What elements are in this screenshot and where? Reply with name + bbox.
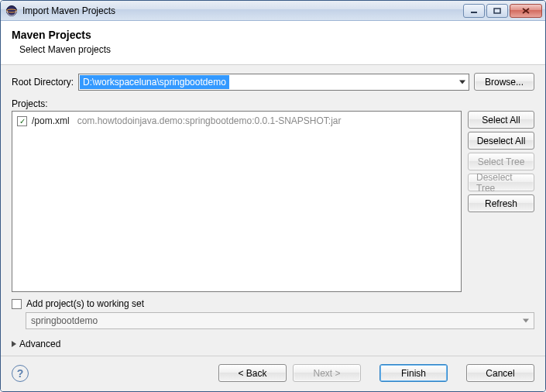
next-button: Next > [293, 364, 361, 382]
root-directory-label: Root Directory: [12, 77, 74, 88]
wizard-title: Maven Projects [12, 29, 534, 41]
wizard-subtitle: Select Maven projects [19, 44, 534, 55]
window-controls [463, 4, 544, 18]
chevron-down-icon [459, 80, 465, 84]
expand-arrow-icon [12, 341, 16, 347]
projects-label: Projects: [12, 98, 534, 109]
maximize-button[interactable] [486, 4, 508, 18]
working-set-row: Add project(s) to working set [12, 298, 534, 309]
working-set-value: springbootdemo [31, 315, 98, 326]
browse-button[interactable]: Browse... [474, 73, 534, 91]
cancel-button[interactable]: Cancel [466, 364, 534, 382]
project-checkbox[interactable]: ✓ [17, 116, 27, 126]
back-button[interactable]: < Back [218, 364, 287, 382]
root-directory-value: D:\workspaceluna\springbootdemo [80, 75, 229, 89]
advanced-label: Advanced [19, 339, 60, 349]
minimize-button[interactable] [463, 4, 485, 18]
project-coords: com.howtodoinjava.demo:springbootdemo:0.… [77, 115, 342, 126]
projects-side-buttons: Select All Deselect All Select Tree Dese… [468, 111, 534, 292]
select-all-button[interactable]: Select All [468, 111, 534, 129]
window-title: Import Maven Projects [22, 5, 463, 16]
wizard-header: Maven Projects Select Maven projects [1, 21, 545, 65]
finish-button[interactable]: Finish [379, 364, 448, 382]
advanced-toggle[interactable]: Advanced [12, 339, 534, 349]
working-set-checkbox[interactable] [12, 299, 22, 309]
select-tree-button: Select Tree [468, 153, 534, 170]
refresh-button[interactable]: Refresh [468, 194, 534, 212]
root-directory-row: Root Directory: D:\workspaceluna\springb… [12, 73, 534, 91]
project-path: /pom.xml [32, 115, 70, 126]
root-directory-combo[interactable]: D:\workspaceluna\springbootdemo [78, 74, 469, 91]
working-set-combo[interactable]: springbootdemo [26, 312, 534, 329]
wizard-body: Root Directory: D:\workspaceluna\springb… [1, 65, 545, 356]
chevron-down-icon [523, 319, 529, 323]
svg-rect-3 [494, 9, 500, 13]
help-icon[interactable]: ? [12, 365, 29, 382]
working-set-label: Add project(s) to working set [26, 298, 144, 309]
projects-left: ✓ /pom.xml com.howtodoinjava.demo:spring… [12, 111, 462, 292]
eclipse-app-icon [5, 5, 18, 17]
deselect-tree-button: Deselect Tree [468, 174, 534, 191]
close-button[interactable] [510, 4, 542, 18]
titlebar[interactable]: Import Maven Projects [1, 1, 545, 21]
dialog-window: Import Maven Projects Maven Projects Sel… [0, 0, 546, 392]
projects-list[interactable]: ✓ /pom.xml com.howtodoinjava.demo:spring… [12, 111, 462, 292]
deselect-all-button[interactable]: Deselect All [468, 132, 534, 150]
project-item[interactable]: ✓ /pom.xml com.howtodoinjava.demo:spring… [17, 115, 456, 127]
wizard-footer: ? < Back Next > Finish Cancel [1, 356, 545, 391]
projects-area: ✓ /pom.xml com.howtodoinjava.demo:spring… [12, 111, 534, 292]
